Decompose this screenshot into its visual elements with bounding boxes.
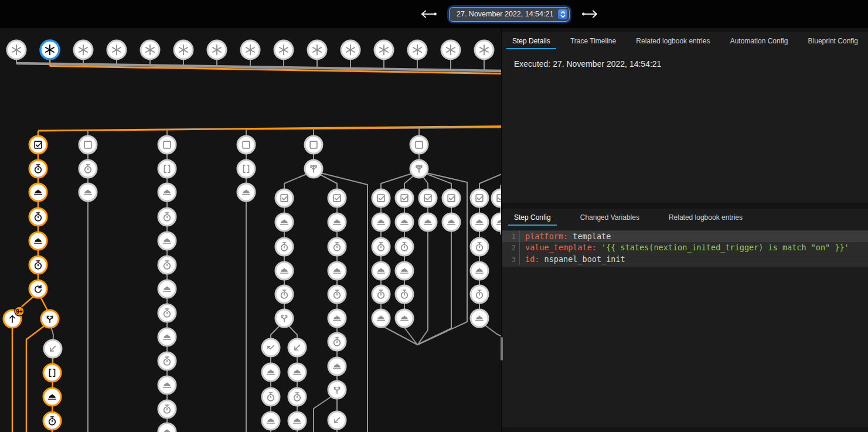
node-bell[interactable] [492, 213, 501, 231]
tab-related-logbook-entries[interactable]: Related logbook entries [629, 32, 716, 49]
node-square[interactable] [237, 136, 255, 154]
node-timer[interactable] [29, 160, 47, 178]
node-checkbox[interactable] [419, 189, 437, 207]
node-checkbox[interactable] [442, 189, 460, 207]
tab-trace-timeline[interactable]: Trace Timeline [564, 32, 622, 49]
node-bell[interactable] [158, 280, 176, 298]
node-checkbox[interactable] [328, 189, 346, 207]
node-bell[interactable] [471, 213, 488, 231]
node-bell[interactable] [43, 388, 61, 406]
node-bell[interactable] [79, 183, 97, 201]
node-asterisk[interactable] [441, 40, 460, 59]
node-bell[interactable] [328, 309, 346, 327]
node-asterisk[interactable] [408, 40, 427, 59]
node-timer[interactable] [328, 238, 346, 256]
node-bell[interactable] [262, 412, 280, 430]
node-bell[interactable] [328, 213, 346, 231]
node-checkbox[interactable] [471, 189, 488, 207]
node-bell[interactable] [158, 423, 176, 432]
node-bell[interactable] [396, 262, 413, 280]
node-asterisk[interactable] [107, 40, 126, 59]
yaml-code-block[interactable]: 1platform: template2value_template: '{{ … [502, 230, 868, 267]
tab-blueprint-config[interactable]: Blueprint Config [802, 32, 864, 49]
panel-resize-handle[interactable] [501, 337, 503, 360]
node-brackets[interactable] [237, 160, 255, 178]
node-asterisk[interactable] [341, 40, 360, 59]
node-timer[interactable] [158, 400, 176, 418]
node-repeat[interactable] [29, 280, 47, 298]
node-bell[interactable] [396, 213, 413, 231]
node-asterisk[interactable] [375, 40, 393, 59]
node-choose[interactable] [410, 160, 428, 178]
node-square[interactable] [410, 136, 428, 154]
node-asterisk[interactable] [7, 40, 26, 59]
previous-run-button[interactable] [417, 7, 440, 21]
node-timer[interactable] [328, 285, 346, 303]
node-timer[interactable] [288, 388, 306, 406]
node-bell[interactable] [372, 213, 390, 231]
node-checkbox[interactable] [275, 189, 293, 207]
node-bell[interactable] [372, 309, 390, 327]
node-asterisk[interactable] [475, 40, 493, 59]
node-arrow-dl[interactable] [44, 340, 62, 358]
node-timer[interactable] [158, 304, 176, 322]
node-asterisk[interactable] [174, 40, 193, 59]
node-timer[interactable] [158, 352, 176, 370]
node-bell[interactable] [158, 328, 176, 346]
tab-changed-variables[interactable]: Changed Variables [574, 209, 646, 226]
node-timer[interactable] [43, 412, 61, 430]
node-asterisk[interactable] [141, 40, 159, 59]
node-bell[interactable] [328, 262, 346, 280]
node-checkbox[interactable] [29, 136, 47, 154]
node-split[interactable] [328, 381, 346, 399]
node-bell[interactable] [471, 309, 488, 327]
node-square[interactable] [305, 136, 322, 154]
node-bell[interactable] [29, 232, 47, 250]
node-bell[interactable] [442, 213, 460, 231]
next-run-button[interactable] [579, 7, 601, 21]
tab-related-logbook-entries[interactable]: Related logbook entries [662, 209, 749, 226]
node-timer[interactable] [158, 256, 176, 274]
node-brackets[interactable] [158, 160, 176, 178]
node-bell[interactable] [396, 309, 413, 327]
node-checkbox[interactable] [396, 189, 413, 207]
node-split[interactable] [275, 309, 293, 327]
node-check-arrow[interactable] [262, 339, 280, 356]
node-brackets[interactable] [43, 364, 61, 382]
node-timer[interactable] [29, 208, 47, 226]
node-timer[interactable] [79, 160, 97, 178]
tab-step-details[interactable]: Step Details [506, 32, 557, 49]
node-bell[interactable] [158, 183, 176, 201]
node-checkbox[interactable] [492, 189, 501, 207]
node-bell[interactable] [372, 262, 390, 280]
node-bell[interactable] [419, 213, 437, 231]
node-bell[interactable] [237, 183, 255, 201]
node-bell[interactable] [288, 363, 306, 381]
node-asterisk[interactable] [207, 40, 226, 59]
tab-step-config[interactable]: Step Config [508, 209, 557, 226]
node-bell[interactable] [471, 262, 488, 280]
node-timer[interactable] [275, 238, 293, 256]
node-timer[interactable] [396, 238, 413, 256]
node-timer[interactable] [372, 238, 390, 256]
node-asterisk[interactable] [241, 40, 260, 59]
node-timer[interactable] [471, 238, 488, 256]
node-split[interactable] [41, 310, 59, 328]
node-bell[interactable] [29, 183, 47, 201]
node-choose[interactable] [305, 160, 322, 178]
node-bell[interactable] [275, 262, 293, 280]
node-bell[interactable] [158, 376, 176, 394]
node-bell[interactable] [158, 232, 176, 250]
node-square[interactable] [79, 136, 97, 154]
node-bell[interactable] [262, 363, 280, 381]
node-arrow-dl[interactable] [288, 339, 306, 356]
node-bell[interactable] [275, 213, 293, 231]
node-asterisk[interactable] [40, 40, 59, 59]
node-bell[interactable] [328, 358, 346, 375]
node-timer[interactable] [328, 333, 346, 351]
node-asterisk[interactable] [308, 40, 326, 59]
node-timer[interactable] [372, 285, 390, 303]
trace-run-select[interactable]: 27. November 2022, 14:54:21 [449, 7, 570, 22]
node-timer[interactable] [275, 285, 293, 303]
node-asterisk[interactable] [274, 40, 293, 59]
